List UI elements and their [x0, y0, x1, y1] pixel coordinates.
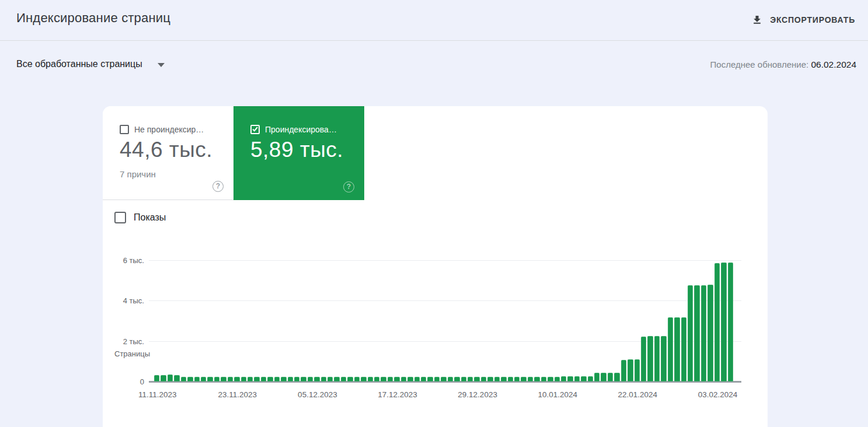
y-tick-label: 6 тыс.: [123, 256, 144, 265]
impressions-checkbox-row[interactable]: Показы: [114, 212, 166, 223]
chart-bar[interactable]: [261, 377, 266, 382]
chart-bar[interactable]: [501, 377, 506, 382]
chart-bar[interactable]: [288, 377, 293, 382]
chart-bar[interactable]: [388, 377, 393, 382]
chart-bar[interactable]: [354, 377, 360, 382]
impressions-label: Показы: [134, 212, 166, 223]
chart-bar[interactable]: [588, 376, 593, 382]
chart-bar[interactable]: [555, 377, 560, 382]
chart-bar[interactable]: [174, 375, 179, 382]
impressions-checkbox[interactable]: [114, 212, 126, 223]
chart-bar[interactable]: [621, 360, 626, 382]
chart-bar[interactable]: [707, 285, 713, 382]
chart-bar[interactable]: [441, 377, 446, 382]
chart-bar[interactable]: [414, 377, 420, 382]
chart-bar[interactable]: [494, 377, 500, 382]
chart-bar[interactable]: [394, 377, 399, 382]
chart-bar[interactable]: [448, 377, 453, 382]
chart-bar[interactable]: [454, 377, 459, 382]
chart-bar[interactable]: [461, 377, 466, 382]
chart-bar[interactable]: [347, 377, 353, 382]
chart-bar[interactable]: [314, 377, 319, 382]
export-button[interactable]: ЭКСПОРТИРОВАТЬ: [750, 12, 856, 28]
chart-bar[interactable]: [341, 377, 346, 382]
chart-bar[interactable]: [701, 285, 706, 382]
not-indexed-checkbox[interactable]: [120, 125, 129, 134]
chart-bar[interactable]: [628, 359, 633, 382]
page-filter-dropdown[interactable]: Все обработанные страницы: [16, 59, 165, 69]
chart-bar[interactable]: [534, 377, 539, 382]
chart-bar[interactable]: [247, 377, 253, 382]
chart-bar[interactable]: [401, 377, 406, 382]
chart-bar[interactable]: [294, 377, 299, 382]
chart-bar[interactable]: [434, 377, 440, 382]
chart-bar[interactable]: [308, 377, 313, 382]
chart-bar[interactable]: [254, 377, 259, 382]
chart-bar[interactable]: [594, 373, 599, 382]
chart-bar[interactable]: [368, 377, 373, 382]
chart-bar[interactable]: [421, 377, 426, 382]
chart-bar[interactable]: [327, 377, 333, 382]
chart-bar[interactable]: [561, 376, 566, 382]
chart-bar[interactable]: [234, 377, 239, 382]
indexed-checkbox[interactable]: [250, 125, 260, 134]
chart-bar[interactable]: [381, 377, 386, 382]
chart-bar[interactable]: [481, 377, 486, 382]
chart-bar[interactable]: [528, 377, 533, 382]
chart-bar[interactable]: [508, 377, 513, 382]
chart-bar[interactable]: [601, 373, 606, 382]
chart-bar[interactable]: [161, 375, 166, 382]
chart-bar[interactable]: [274, 377, 280, 382]
chart-bar[interactable]: [721, 262, 726, 382]
tile-not-indexed[interactable]: Не проиндексир… 44,6 тыс. 7 причин ?: [103, 106, 233, 200]
x-tick-label: 10.01.2024: [538, 390, 577, 399]
chart-bar[interactable]: [194, 377, 200, 382]
chart-bar[interactable]: [647, 336, 653, 382]
chart-bar[interactable]: [541, 377, 546, 382]
chart-bar[interactable]: [281, 377, 286, 382]
chart-bar[interactable]: [267, 377, 273, 382]
chart-bar[interactable]: [214, 377, 219, 382]
chart-bar[interactable]: [427, 377, 433, 382]
chart-bar[interactable]: [221, 377, 226, 382]
chart-bar[interactable]: [654, 336, 660, 382]
chart-bar[interactable]: [168, 374, 173, 382]
chart-bar[interactable]: [661, 336, 666, 382]
chart-bar[interactable]: [608, 373, 613, 382]
chart-bar[interactable]: [154, 375, 159, 382]
help-icon[interactable]: ?: [212, 181, 224, 192]
chart-bar[interactable]: [241, 377, 246, 382]
chart-bar[interactable]: [674, 317, 679, 382]
chart-bar[interactable]: [514, 377, 520, 382]
chart-bar[interactable]: [567, 376, 573, 382]
chart-bar[interactable]: [301, 377, 306, 382]
chart-bar[interactable]: [181, 377, 186, 382]
chart-bar[interactable]: [201, 377, 206, 382]
chart-bar[interactable]: [681, 317, 686, 382]
chart-bar[interactable]: [207, 377, 212, 382]
chart-bar[interactable]: [688, 285, 693, 382]
chart-bar[interactable]: [321, 377, 326, 382]
chart-bar[interactable]: [374, 377, 379, 382]
chart-bar[interactable]: [728, 262, 733, 382]
chart-bar[interactable]: [361, 377, 366, 382]
chart-bar[interactable]: [581, 376, 586, 382]
chart-bar[interactable]: [334, 377, 339, 382]
chart-bar[interactable]: [474, 377, 479, 382]
chart-bar[interactable]: [694, 285, 699, 382]
chart-bar[interactable]: [668, 317, 673, 382]
chart-bar[interactable]: [187, 377, 193, 382]
chart-bar[interactable]: [714, 263, 720, 382]
chart-bar[interactable]: [548, 377, 553, 382]
chart-bar[interactable]: [487, 377, 493, 382]
chart-bar[interactable]: [228, 377, 233, 382]
chart-bar[interactable]: [635, 359, 640, 382]
help-icon[interactable]: ?: [343, 181, 354, 192]
chart-bar[interactable]: [521, 377, 526, 382]
chart-bar[interactable]: [468, 377, 473, 382]
chart-bar[interactable]: [574, 376, 580, 382]
chart-bar[interactable]: [614, 373, 619, 382]
chart-bar[interactable]: [407, 377, 413, 382]
chart-bar[interactable]: [641, 337, 646, 382]
tile-indexed[interactable]: Проиндексирова… 5,89 тыс. ?: [233, 106, 364, 200]
